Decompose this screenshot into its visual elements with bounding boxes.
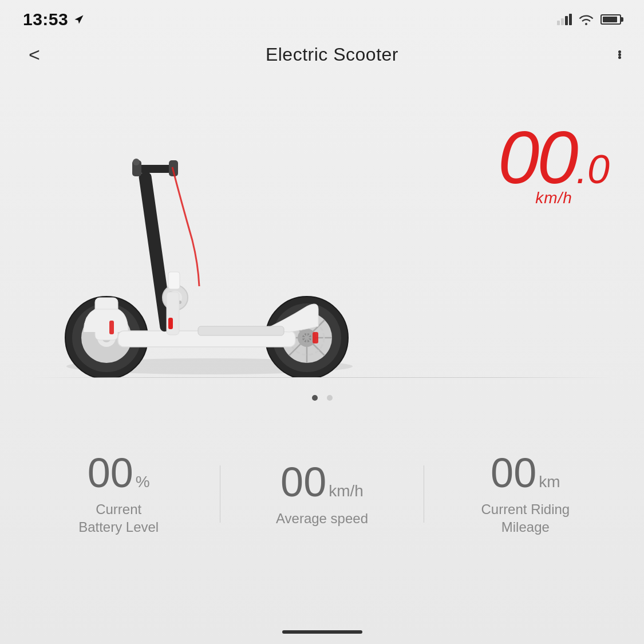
- battery-icon: [600, 14, 621, 25]
- mileage-unit: km: [539, 473, 560, 491]
- svg-rect-30: [313, 332, 318, 343]
- stats-section: 00 % CurrentBattery Level 00 km/h Averag…: [0, 429, 644, 553]
- svg-rect-29: [168, 318, 173, 329]
- mileage-value-row: 00 km: [491, 452, 560, 493]
- home-indicator[interactable]: [282, 630, 362, 634]
- wifi-icon: [579, 14, 594, 25]
- status-bar: 13:53: [0, 0, 644, 34]
- speed-value-row: 00 km/h: [280, 461, 364, 503]
- battery-unit: %: [136, 473, 150, 491]
- page-indicator-1[interactable]: [312, 395, 318, 401]
- hero-section: 00 .0 km/h: [0, 74, 644, 378]
- scooter-image: [0, 74, 418, 378]
- back-button[interactable]: <: [23, 41, 46, 69]
- speed-decimal: .0: [576, 147, 610, 192]
- signal-icon: [557, 14, 572, 25]
- svg-rect-28: [167, 292, 179, 335]
- status-icons: [557, 14, 621, 25]
- svg-rect-31: [198, 326, 284, 335]
- mileage-label: Current RidingMileage: [481, 500, 570, 536]
- battery-number: 00: [88, 452, 133, 493]
- speed-number: 00: [498, 120, 576, 195]
- stat-battery: 00 % CurrentBattery Level: [17, 452, 220, 536]
- ground-line: [32, 377, 612, 378]
- page-indicators: [0, 378, 644, 412]
- mileage-number: 00: [491, 452, 536, 493]
- avg-speed-number: 00: [280, 461, 326, 503]
- svg-point-23: [133, 159, 140, 165]
- more-button[interactable]: [618, 50, 621, 59]
- location-arrow-icon: [74, 14, 84, 25]
- nav-bar: < Electric Scooter: [0, 34, 644, 74]
- battery-label: CurrentBattery Level: [78, 500, 159, 536]
- svg-rect-32: [168, 272, 180, 289]
- page-indicator-2[interactable]: [327, 395, 333, 401]
- avg-speed-unit: km/h: [329, 482, 364, 500]
- status-time: 13:53: [23, 10, 68, 29]
- speed-display: 00 .0 km/h: [498, 120, 610, 207]
- stat-speed: 00 km/h Average speed: [220, 461, 423, 527]
- battery-value-row: 00 %: [88, 452, 150, 493]
- svg-rect-17: [109, 321, 114, 334]
- scooter-svg: [44, 114, 376, 378]
- page-title: Electric Scooter: [266, 44, 398, 65]
- avg-speed-label: Average speed: [276, 509, 368, 527]
- stat-mileage: 00 km Current RidingMileage: [424, 452, 627, 536]
